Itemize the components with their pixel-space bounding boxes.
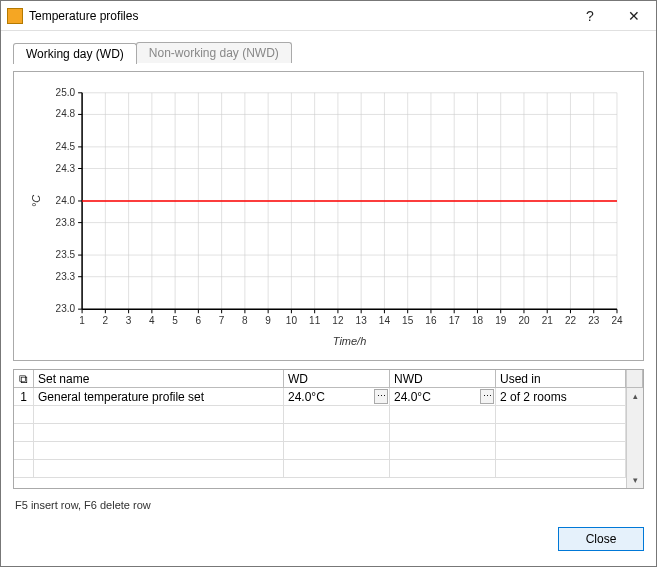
app-icon: [7, 8, 23, 24]
svg-text:24.3: 24.3: [56, 163, 76, 174]
content-area: Working day (WD) Non-working day (NWD) 2…: [1, 31, 656, 522]
header-used-in[interactable]: Used in: [496, 370, 626, 387]
svg-text:14: 14: [379, 315, 391, 326]
header-scroll-spacer: [626, 370, 643, 387]
svg-text:6: 6: [196, 315, 202, 326]
cell-wd[interactable]: 24.0°C ⋯: [284, 388, 390, 405]
svg-text:19: 19: [495, 315, 507, 326]
table-row[interactable]: 1 General temperature profile set 24.0°C…: [14, 388, 626, 406]
close-button[interactable]: Close: [558, 527, 644, 551]
chart-panel: 23.023.323.523.824.024.324.524.825.01234…: [13, 71, 644, 361]
svg-text:15: 15: [402, 315, 414, 326]
svg-text:10: 10: [286, 315, 298, 326]
dialog-footer: Close: [1, 522, 656, 566]
svg-text:11: 11: [309, 315, 321, 326]
svg-text:1: 1: [79, 315, 85, 326]
svg-text:23.5: 23.5: [56, 249, 76, 260]
scroll-down-icon[interactable]: ▾: [627, 472, 643, 488]
tab-working-day[interactable]: Working day (WD): [13, 43, 137, 64]
svg-text:24: 24: [611, 315, 623, 326]
shortcut-hint: F5 insert row, F6 delete row: [13, 497, 644, 511]
svg-text:23.0: 23.0: [56, 303, 76, 314]
cell-nwd-value: 24.0°C: [394, 390, 431, 404]
svg-text:24.8: 24.8: [56, 108, 76, 119]
tab-bar: Working day (WD) Non-working day (NWD): [13, 41, 644, 63]
close-window-button[interactable]: ✕: [612, 1, 656, 31]
temperature-chart: 23.023.323.523.824.024.324.524.825.01234…: [26, 84, 627, 352]
svg-text:24.0: 24.0: [56, 195, 76, 206]
svg-text:23.3: 23.3: [56, 271, 76, 282]
svg-text:12: 12: [332, 315, 344, 326]
header-nwd[interactable]: NWD: [390, 370, 496, 387]
window-title: Temperature profiles: [29, 9, 568, 23]
svg-text:20: 20: [518, 315, 530, 326]
svg-text:9: 9: [265, 315, 271, 326]
titlebar: Temperature profiles ? ✕: [1, 1, 656, 31]
svg-text:2: 2: [103, 315, 109, 326]
table-rows: 1 General temperature profile set 24.0°C…: [14, 388, 626, 488]
svg-text:5: 5: [172, 315, 178, 326]
svg-text:Time/h: Time/h: [333, 335, 367, 347]
dialog-window: Temperature profiles ? ✕ Working day (WD…: [0, 0, 657, 567]
svg-text:4: 4: [149, 315, 155, 326]
table-row-empty: [14, 406, 626, 424]
svg-text:°C: °C: [30, 195, 42, 207]
table-row-empty: [14, 424, 626, 442]
header-wd[interactable]: WD: [284, 370, 390, 387]
help-button[interactable]: ?: [568, 1, 612, 31]
cell-set-name[interactable]: General temperature profile set: [34, 388, 284, 405]
scroll-up-icon[interactable]: ▴: [627, 388, 643, 404]
svg-text:3: 3: [126, 315, 132, 326]
table-body: 1 General temperature profile set 24.0°C…: [14, 388, 643, 488]
svg-text:21: 21: [542, 315, 554, 326]
svg-text:22: 22: [565, 315, 577, 326]
copy-icon[interactable]: ⧉: [14, 370, 34, 387]
svg-text:17: 17: [449, 315, 461, 326]
svg-text:25.0: 25.0: [56, 87, 76, 98]
svg-text:8: 8: [242, 315, 248, 326]
svg-text:18: 18: [472, 315, 484, 326]
table-scrollbar[interactable]: ▴ ▾: [626, 388, 643, 488]
table-row-empty: [14, 442, 626, 460]
table-row-empty: [14, 460, 626, 478]
cell-used-in: 2 of 2 rooms: [496, 388, 626, 405]
table-header: ⧉ Set name WD NWD Used in: [14, 370, 643, 388]
cell-wd-value: 24.0°C: [288, 390, 325, 404]
svg-text:16: 16: [425, 315, 437, 326]
svg-text:24.5: 24.5: [56, 141, 76, 152]
svg-text:13: 13: [356, 315, 368, 326]
svg-text:23.8: 23.8: [56, 217, 76, 228]
row-index: 1: [14, 388, 34, 405]
wd-picker-button[interactable]: ⋯: [374, 389, 388, 404]
profile-table: ⧉ Set name WD NWD Used in 1 General temp…: [13, 369, 644, 489]
nwd-picker-button[interactable]: ⋯: [480, 389, 494, 404]
tab-non-working-day[interactable]: Non-working day (NWD): [136, 42, 292, 63]
header-set-name[interactable]: Set name: [34, 370, 284, 387]
svg-text:7: 7: [219, 315, 225, 326]
cell-nwd[interactable]: 24.0°C ⋯: [390, 388, 496, 405]
svg-text:23: 23: [588, 315, 600, 326]
